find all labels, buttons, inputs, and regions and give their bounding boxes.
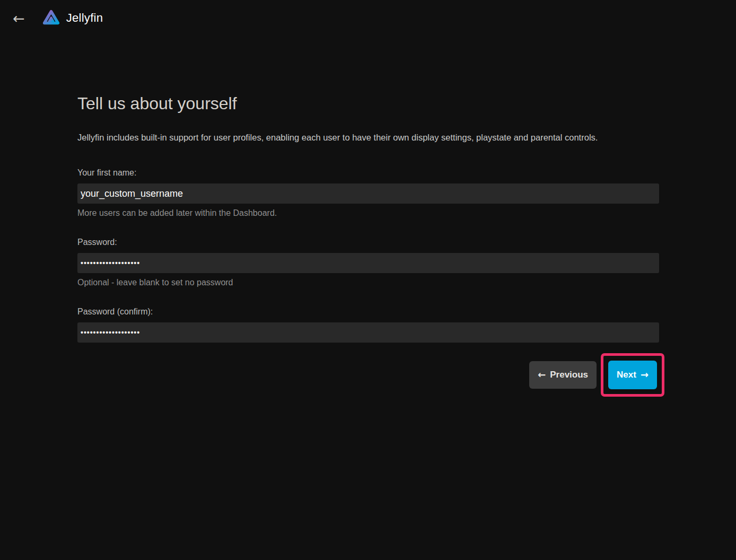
field-first-name: Your first name: More users can be added…	[77, 167, 659, 218]
next-button-label: Next	[617, 370, 636, 380]
jellyfin-logo-icon	[41, 8, 62, 29]
password-label: Password:	[77, 237, 659, 248]
password-confirm-label: Password (confirm):	[77, 306, 659, 317]
previous-button[interactable]: ← Previous	[529, 361, 597, 389]
first-name-helper: More users can be added later within the…	[77, 207, 659, 218]
page-description: Jellyfin includes built-in support for u…	[77, 132, 659, 143]
setup-wizard-content: Tell us about yourself Jellyfin includes…	[77, 92, 659, 397]
field-password-confirm: Password (confirm):	[77, 306, 659, 343]
arrow-left-icon: ←	[538, 370, 546, 380]
password-input[interactable]	[77, 253, 659, 273]
back-arrow-icon: ←	[13, 10, 25, 27]
jellyfin-logo	[41, 8, 62, 29]
first-name-label: Your first name:	[77, 167, 659, 178]
wizard-button-row: ← Previous Next →	[77, 353, 659, 397]
previous-button-label: Previous	[550, 370, 588, 380]
back-button[interactable]: ←	[10, 10, 28, 27]
first-name-input[interactable]	[77, 183, 659, 204]
field-password: Password: Optional - leave blank to set …	[77, 237, 659, 288]
page-title: Tell us about yourself	[77, 92, 659, 115]
next-button-highlight-annotation: Next →	[601, 353, 664, 397]
password-helper: Optional - leave blank to set no passwor…	[77, 277, 659, 288]
arrow-right-icon: →	[641, 370, 649, 380]
password-confirm-input[interactable]	[77, 322, 659, 343]
app-title: Jellyfin	[66, 11, 103, 25]
next-button[interactable]: Next →	[608, 361, 657, 389]
header: ← Jellyfin	[0, 0, 736, 36]
